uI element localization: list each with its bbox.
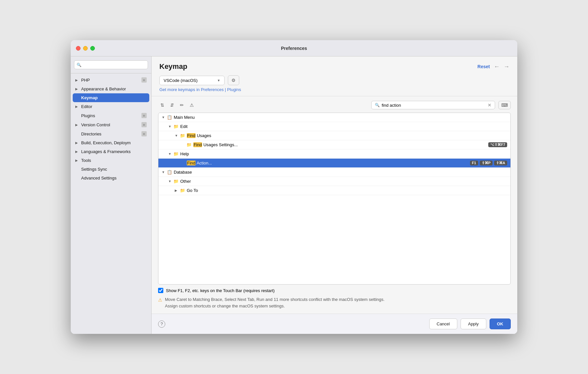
chevron-down-icon: ▼ bbox=[162, 170, 167, 174]
keymap-scheme-dropdown[interactable]: VSCode (macOS) ▼ bbox=[159, 76, 225, 85]
shortcuts-container: F1 ⇧⌘P ⇧⌘A bbox=[470, 161, 507, 165]
find-highlight: Find bbox=[187, 133, 196, 138]
record-shortcut-button[interactable]: ⌨ bbox=[498, 101, 511, 109]
search-icon: 🔍 bbox=[375, 103, 380, 107]
tree-row-edit[interactable]: ▼ 📁 Edit bbox=[158, 122, 510, 131]
search-wrapper: 🔍 bbox=[74, 60, 148, 69]
help-button[interactable]: ? bbox=[158, 320, 165, 328]
sidebar-item-directories[interactable]: ▶ Directories ≡ bbox=[71, 129, 151, 138]
keymap-area: ⇅ ⇵ ✏ ⚠ 🔍 ✕ ⌨ ▼ bbox=[152, 96, 517, 285]
keymap-controls: VSCode (macOS) ▼ ⚙ bbox=[159, 75, 509, 85]
tree-row-find-action[interactable]: ▶ 📁 Find Action... F1 ⇧⌘P ⇧⌘A bbox=[158, 159, 510, 168]
sidebar-item-version-control[interactable]: ▶ Version Control ≡ bbox=[71, 120, 151, 129]
chevron-right-icon: ▶ bbox=[75, 78, 79, 82]
apply-button[interactable]: Apply bbox=[461, 319, 486, 329]
cancel-button[interactable]: Cancel bbox=[429, 319, 457, 329]
chevron-right-icon: ▶ bbox=[75, 159, 79, 162]
window-title: Preferences bbox=[281, 46, 307, 51]
tree-row-main-menu[interactable]: ▼ 📋 Main Menu bbox=[158, 113, 510, 122]
chevron-right-icon: ▶ bbox=[75, 87, 79, 91]
close-button[interactable] bbox=[76, 46, 81, 51]
sidebar-item-languages-frameworks[interactable]: ▶ Languages & Frameworks bbox=[71, 147, 151, 156]
maximize-button[interactable] bbox=[90, 46, 95, 51]
search-icon: 🔍 bbox=[77, 63, 81, 67]
sidebar-search-input[interactable] bbox=[74, 60, 148, 69]
sidebar-item-php[interactable]: ▶ PHP ≡ bbox=[71, 75, 151, 85]
get-more-keymaps-link[interactable]: Get more keymaps in Preferences | Plugin… bbox=[159, 87, 509, 92]
chevron-down-icon: ▼ bbox=[217, 79, 220, 82]
folder-icon: 📁 bbox=[180, 188, 185, 193]
sidebar-item-appearance-behavior[interactable]: ▶ Appearance & Behavior bbox=[71, 85, 151, 93]
keymap-toolbar: ⇅ ⇵ ✏ ⚠ 🔍 ✕ ⌨ bbox=[158, 101, 511, 109]
chevron-down-icon: ▼ bbox=[168, 152, 173, 156]
tree-row-go-to[interactable]: ▶ 📁 Go To bbox=[158, 186, 510, 195]
shortcut-badge-f1: F1 bbox=[470, 161, 478, 165]
tree-row-find-usages[interactable]: ▼ 📁 Find Usages bbox=[158, 131, 510, 140]
search-box: 🔍 ✕ bbox=[371, 101, 495, 109]
title-bar: Preferences bbox=[71, 40, 517, 56]
warning-filter-button[interactable]: ⚠ bbox=[187, 101, 196, 109]
header-actions: Reset ← → bbox=[478, 63, 509, 70]
warning-link-caret[interactable]: Move Caret to Matching Brace bbox=[165, 297, 222, 302]
chevron-down-icon: ▼ bbox=[168, 125, 173, 128]
sidebar-item-advanced-settings[interactable]: ▶ Advanced Settings bbox=[71, 174, 151, 182]
clear-search-button[interactable]: ✕ bbox=[488, 102, 492, 108]
chevron-right-icon: ▶ bbox=[75, 123, 79, 127]
chevron-right-icon: ▶ bbox=[175, 189, 180, 192]
warning-row: ⚠ Move Caret to Matching Brace, Select N… bbox=[158, 296, 511, 309]
tree-row-other[interactable]: ▼ 📁 Other bbox=[158, 177, 510, 186]
chevron-right-icon: ▶ bbox=[75, 105, 79, 108]
touch-bar-checkbox[interactable] bbox=[158, 288, 163, 293]
shortcuts-container: ⌥⇧⌘F7 bbox=[488, 142, 507, 147]
dir-badge: ≡ bbox=[141, 131, 147, 136]
folder-icon: 📁 bbox=[173, 151, 179, 156]
sidebar: 🔍 ▶ PHP ≡ ▶ Appearance & Behavior ▶ Keym… bbox=[71, 56, 152, 334]
footer: ? Cancel Apply OK bbox=[152, 314, 517, 334]
dropdown-scheme-label: VSCode (macOS) bbox=[164, 78, 214, 83]
sidebar-item-build-execution[interactable]: ▶ Build, Execution, Deploym bbox=[71, 138, 151, 147]
shortcut-badge: ⌥⇧⌘F7 bbox=[488, 142, 507, 147]
sidebar-item-plugins[interactable]: ▶ Plugins ≡ bbox=[71, 111, 151, 120]
sidebar-item-keymap[interactable]: ▶ Keymap bbox=[73, 93, 149, 102]
back-arrow-button[interactable]: ← bbox=[494, 63, 500, 70]
warning-icon: ⚠ bbox=[158, 297, 162, 304]
warning-text: Move Caret to Matching Brace, Select Nex… bbox=[165, 296, 385, 309]
main-header: Keymap Reset ← → VSCode (macOS) ▼ ⚙ Get … bbox=[152, 56, 517, 96]
folder-icon: 📋 bbox=[167, 170, 172, 175]
vc-badge: ≡ bbox=[141, 122, 147, 127]
checkbox-label: Show F1, F2, etc. keys on the Touch Bar … bbox=[166, 288, 275, 293]
folder-icon: 📁 bbox=[180, 133, 185, 138]
expand-all-button[interactable]: ⇅ bbox=[158, 101, 167, 109]
chevron-right-icon: ▶ bbox=[75, 150, 79, 153]
collapse-all-button[interactable]: ⇵ bbox=[168, 101, 176, 109]
sidebar-item-settings-sync[interactable]: ▶ Settings Sync bbox=[71, 165, 151, 174]
main-panel: Keymap Reset ← → VSCode (macOS) ▼ ⚙ Get … bbox=[152, 56, 517, 334]
reset-button[interactable]: Reset bbox=[478, 64, 490, 69]
tree-row-help[interactable]: ▼ 📁 Help bbox=[158, 149, 510, 159]
folder-icon: 📋 bbox=[167, 115, 172, 120]
find-highlight: Find bbox=[193, 142, 202, 147]
shortcut-badge-shift-cmd-a: ⇧⌘A bbox=[494, 161, 507, 165]
content-area: 🔍 ▶ PHP ≡ ▶ Appearance & Behavior ▶ Keym… bbox=[71, 56, 517, 334]
folder-icon: 📁 bbox=[173, 179, 179, 184]
ok-button[interactable]: OK bbox=[490, 319, 511, 329]
traffic-lights bbox=[76, 46, 95, 51]
warning-link-run[interactable]: Run bbox=[257, 297, 264, 302]
tree-row-database[interactable]: ▼ 📋 Database bbox=[158, 168, 510, 177]
sidebar-item-tools[interactable]: ▶ Tools bbox=[71, 156, 151, 165]
tree-row-find-usages-settings[interactable]: ▶ 📁 Find Usages Settings... ⌥⇧⌘F7 bbox=[158, 140, 510, 149]
forward-arrow-button[interactable]: → bbox=[504, 63, 509, 70]
keymap-tree-table: ▼ 📋 Main Menu ▼ 📁 Edit ▼ bbox=[158, 113, 511, 285]
sidebar-items-list: ▶ PHP ≡ ▶ Appearance & Behavior ▶ Keymap… bbox=[71, 73, 151, 334]
shortcut-badge-shift-cmd-p: ⇧⌘P bbox=[480, 161, 492, 165]
minimize-button[interactable] bbox=[83, 46, 88, 51]
sidebar-item-editor[interactable]: ▶ Editor bbox=[71, 102, 151, 111]
warning-link-more[interactable]: 11 more bbox=[274, 297, 289, 302]
bottom-area: Show F1, F2, etc. keys on the Touch Bar … bbox=[152, 285, 517, 314]
gear-button[interactable]: ⚙ bbox=[228, 75, 239, 85]
warning-link-select-tab[interactable]: Select Next Tab bbox=[225, 297, 254, 302]
preferences-window: Preferences 🔍 ▶ PHP ≡ ▶ Appearance & Beh… bbox=[71, 40, 517, 334]
edit-shortcut-button[interactable]: ✏ bbox=[178, 101, 186, 109]
search-input[interactable] bbox=[382, 103, 488, 108]
header-top: Keymap Reset ← → bbox=[159, 62, 509, 71]
